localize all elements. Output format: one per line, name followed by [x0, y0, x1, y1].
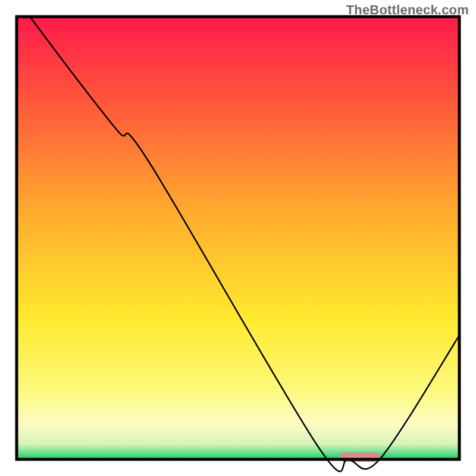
bottleneck-chart: [0, 0, 476, 476]
chart-container: TheBottleneck.com: [0, 0, 476, 476]
gradient-background: [17, 17, 459, 459]
watermark-text: TheBottleneck.com: [346, 2, 469, 18]
